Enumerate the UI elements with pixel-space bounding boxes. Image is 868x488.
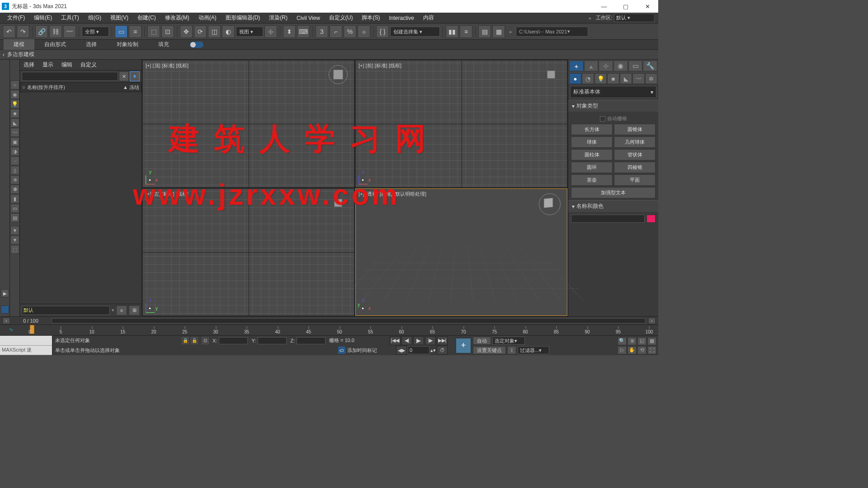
max-toggle-button[interactable]: ⛶ xyxy=(647,346,656,354)
menu-scripting[interactable]: 脚本(S) xyxy=(358,13,383,23)
obj-pyramid[interactable]: 四棱锥 xyxy=(614,162,656,173)
current-frame-input[interactable]: 0 xyxy=(408,346,429,354)
zoom-extents-all-button[interactable]: ▦ xyxy=(647,337,656,345)
scale-button[interactable]: ◫ xyxy=(208,25,221,38)
cmd-sub-helpers[interactable]: ◣ xyxy=(620,73,632,84)
ribbon-toggle[interactable] xyxy=(190,42,203,48)
set-key-big-button[interactable]: + xyxy=(456,338,471,353)
x-coord-input[interactable] xyxy=(219,337,248,344)
filter-all-icon[interactable]: ▮ xyxy=(10,194,19,203)
name-column-header[interactable]: 名称(按升序排序) xyxy=(27,84,65,91)
menu-file[interactable]: 文件(F) xyxy=(4,13,28,23)
filter-groups-icon[interactable]: ▣ xyxy=(10,137,19,146)
viewport-left[interactable]: [+] [左] [标准] [线框] zy xyxy=(142,188,354,316)
menu-rendering[interactable]: 渲染(R) xyxy=(265,13,291,23)
lock-icon[interactable]: ⬚ xyxy=(10,245,19,254)
ref-coord-dropdown[interactable]: 视图 ▾ xyxy=(236,27,263,37)
timeline-ruler[interactable]: ∿ 05101520253035404550556065707580859095… xyxy=(0,324,658,335)
auto-key-button[interactable]: 自动 xyxy=(473,337,491,345)
zoom-button[interactable]: 🔍 xyxy=(618,337,627,345)
object-name-input[interactable] xyxy=(571,215,645,223)
link-button[interactable]: 🔗 xyxy=(35,25,48,38)
filter-container-icon[interactable]: ▯ xyxy=(10,166,19,175)
object-color-swatch[interactable] xyxy=(646,215,656,223)
key-filter-dropdown[interactable]: 过滤器... ▾ xyxy=(518,346,549,354)
obj-torus[interactable]: 圆环 xyxy=(571,162,613,173)
cmd-tab-hierarchy[interactable]: ⊹ xyxy=(599,61,613,71)
viewport-front-label[interactable]: [+] [前] [标准] [线框] xyxy=(359,62,401,69)
viewcube-top[interactable] xyxy=(327,63,349,86)
fov-button[interactable]: ▷ xyxy=(618,346,627,354)
layer-button[interactable]: ▤ xyxy=(478,25,491,38)
tab-freeform[interactable]: 自由形式 xyxy=(34,39,76,50)
zoom-extents-button[interactable]: ◱ xyxy=(637,337,646,345)
viewcube-persp[interactable] xyxy=(537,192,562,217)
object-category-dropdown[interactable]: 标准基本体▾ xyxy=(570,86,656,98)
redo-button[interactable]: ↷ xyxy=(17,25,29,38)
rect-select-button[interactable]: ⬚ xyxy=(147,25,160,38)
viewcube-front[interactable] xyxy=(540,63,562,86)
tab-populate[interactable]: 填充 xyxy=(148,39,179,50)
play-icon[interactable]: ▶ xyxy=(1,289,9,297)
menu-graph-editors[interactable]: 图形编辑器(D) xyxy=(222,13,264,23)
menu-interactive[interactable]: Interactive xyxy=(385,14,417,22)
cmd-sub-lights[interactable]: 💡 xyxy=(594,73,607,84)
rollout-name-color[interactable]: ▾名称和颜色 xyxy=(568,200,658,212)
close-button[interactable]: ✕ xyxy=(638,1,656,12)
maxscript-listener[interactable] xyxy=(0,336,52,346)
function-button[interactable]: { } xyxy=(376,25,389,38)
curve-editor-button[interactable]: ▦ xyxy=(492,25,505,38)
cmd-sub-geometry[interactable]: ● xyxy=(569,73,581,84)
angle-snap-button[interactable]: ⌐ xyxy=(330,25,342,38)
cmd-tab-display[interactable]: ▭ xyxy=(628,61,643,71)
set-key-button[interactable]: 设置关键点 xyxy=(473,346,506,354)
filter-lights-icon[interactable]: 💡 xyxy=(10,99,19,108)
menu-views[interactable]: 视图(V) xyxy=(107,13,132,23)
filter-cameras-icon[interactable]: ■ xyxy=(10,109,19,118)
tab-object-paint[interactable]: 对象绘制 xyxy=(107,39,148,50)
scene-object-list[interactable] xyxy=(20,92,142,304)
filter-xrefs-icon[interactable]: ◑ xyxy=(10,147,19,156)
goto-end-button[interactable]: ▶▶| xyxy=(437,336,448,345)
menu-customize[interactable]: 自定义(U) xyxy=(326,13,357,23)
select-object-button[interactable]: ▭ xyxy=(115,25,127,38)
timeslider-next[interactable]: › xyxy=(648,318,656,324)
maxscript-output[interactable]: MAXScript 迷 xyxy=(0,346,52,356)
key-target-dropdown[interactable]: 选定对象 ▾ xyxy=(492,337,525,345)
obj-box[interactable]: 长方体 xyxy=(571,124,613,135)
rotate-button[interactable]: ⟳ xyxy=(194,25,207,38)
play-button[interactable]: ▶ xyxy=(413,336,424,345)
filter-frozen-icon[interactable]: ❄ xyxy=(10,175,19,184)
expand-icon[interactable]: ▼ xyxy=(10,235,19,244)
pan-button[interactable]: ✋ xyxy=(627,346,637,354)
percent-snap-button[interactable]: % xyxy=(344,25,356,38)
obj-sphere[interactable]: 球体 xyxy=(571,136,613,148)
filter-none-icon[interactable]: ▭ xyxy=(10,204,19,213)
snap-toggle-button[interactable]: 3 xyxy=(316,25,328,38)
filter-hidden-icon[interactable]: ✽ xyxy=(10,185,19,194)
obj-textplus[interactable]: 加强型文本 xyxy=(571,187,656,198)
minimize-button[interactable]: — xyxy=(595,1,613,12)
scene-search-clear[interactable]: ✕ xyxy=(119,71,129,81)
align-button[interactable]: ≡ xyxy=(460,25,472,38)
viewcube-left[interactable] xyxy=(327,192,349,214)
selection-filter-dropdown[interactable]: 全部 ▾ xyxy=(82,27,109,37)
timeslider-prev[interactable]: ‹ xyxy=(3,318,10,324)
obj-cone[interactable]: 圆锥体 xyxy=(614,124,656,135)
cmd-sub-spacewarps[interactable]: 〰 xyxy=(632,73,645,84)
filter-helpers-icon[interactable]: ◣ xyxy=(10,118,19,127)
keyboard-shortcut-button[interactable]: ⌨ xyxy=(297,25,310,38)
maximize-button[interactable]: ▢ xyxy=(617,1,635,12)
soundtrack-icon[interactable]: ∿ xyxy=(9,327,13,333)
project-path[interactable]: C:\Users\··· Max 2021 ▾ xyxy=(516,27,588,37)
menu-tools[interactable]: 工具(T) xyxy=(57,13,82,23)
select-by-name-button[interactable]: ≡ xyxy=(129,25,142,38)
viewport-persp-label[interactable]: [+] [透视] [标准] [默认明暗处理] xyxy=(359,191,426,197)
filter-spacewarps-icon[interactable]: 〰 xyxy=(10,128,19,137)
time-slider-track[interactable] xyxy=(52,318,646,324)
viewport-layout-icon[interactable] xyxy=(1,305,9,314)
collapse-icon[interactable]: ▼ xyxy=(10,226,19,235)
mirror-button[interactable]: ▮▮ xyxy=(446,25,458,38)
menu-content[interactable]: 内容 xyxy=(420,13,438,23)
chevron-left-icon[interactable]: ‹ xyxy=(3,52,5,58)
